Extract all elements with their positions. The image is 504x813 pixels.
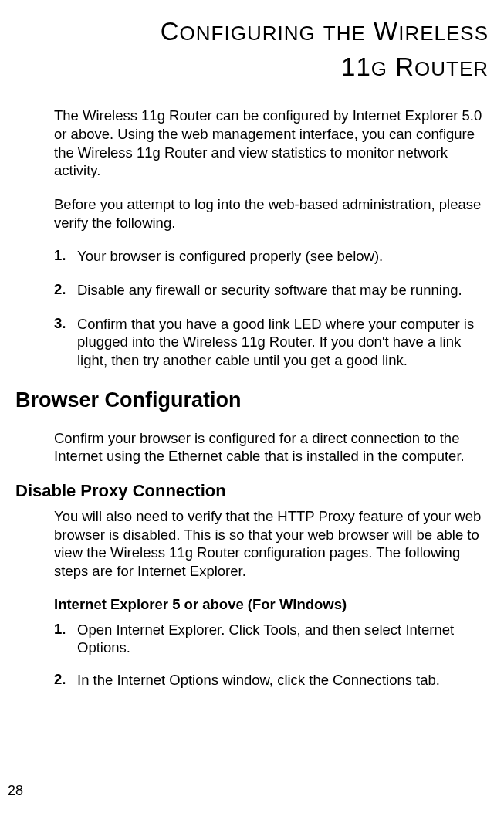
prerequisites-list: 1. Your browser is configured properly (… — [54, 247, 482, 369]
list-item: 2. Disable any firewall or security soft… — [54, 281, 482, 300]
list-number: 2. — [54, 281, 77, 300]
section-paragraph: Confirm your browser is configured for a… — [54, 429, 482, 466]
page-number: 28 — [8, 783, 23, 799]
list-number: 1. — [54, 621, 77, 657]
ie-steps-list: 1. Open Internet Explorer. Click Tools, … — [54, 621, 482, 689]
list-number: 2. — [54, 671, 77, 689]
inline-heading-ie5: Internet Explorer 5 or above (For Window… — [54, 596, 489, 613]
list-text: Confirm that you have a good link LED wh… — [77, 315, 482, 370]
list-item: 2. In the Internet Options window, click… — [54, 671, 482, 689]
list-number: 1. — [54, 247, 77, 266]
list-item: 1. Your browser is configured properly (… — [54, 247, 482, 266]
list-text: Open Internet Explorer. Click Tools, and… — [77, 621, 482, 657]
list-text: In the Internet Options window, click th… — [77, 671, 482, 689]
subsection-paragraph: You will also need to verify that the HT… — [54, 507, 482, 581]
section-heading-browser-config: Browser Configuration — [15, 388, 489, 412]
intro-paragraph-2: Before you attempt to log into the web-b… — [54, 195, 482, 232]
intro-paragraph-1: The Wireless 11g Router can be configure… — [54, 107, 482, 180]
list-text: Disable any firewall or security softwar… — [77, 281, 482, 300]
chapter-title: CONFIGURING THE WIRELESS 11G ROUTER — [15, 14, 489, 85]
list-number: 3. — [54, 315, 77, 370]
subsection-heading-disable-proxy: Disable Proxy Connection — [15, 481, 489, 501]
chapter-title-line1: CONFIGURING THE WIRELESS — [15, 14, 489, 49]
list-text: Your browser is configured properly (see… — [77, 247, 482, 266]
list-item: 3. Confirm that you have a good link LED… — [54, 315, 482, 370]
chapter-title-line2: 11G ROUTER — [15, 49, 489, 85]
list-item: 1. Open Internet Explorer. Click Tools, … — [54, 621, 482, 657]
